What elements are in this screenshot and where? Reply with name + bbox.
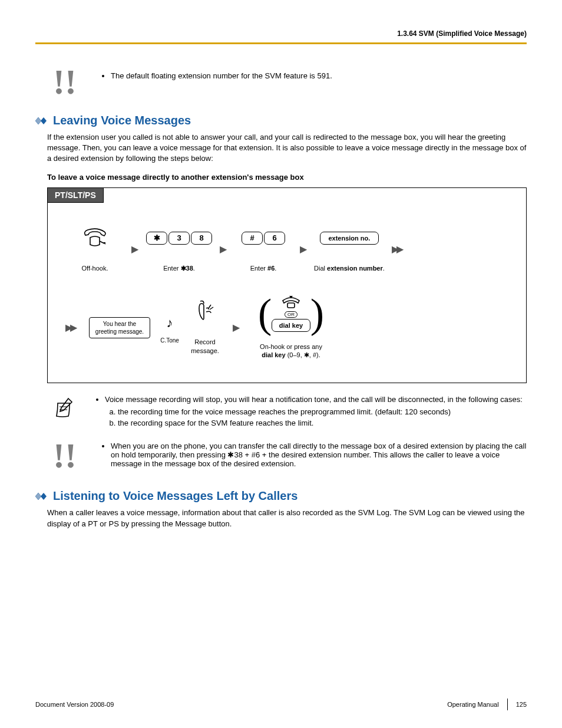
- key-3: 3: [168, 232, 190, 245]
- arrow-icon: ▶: [300, 243, 307, 255]
- footer-page-number: 125: [516, 701, 527, 708]
- offhook-caption: Off-hook.: [81, 264, 108, 272]
- page-header: 1.3.64 SVM (Simplified Voice Message): [35, 29, 527, 42]
- key-8: 8: [191, 232, 212, 245]
- section1-subhead: To leave a voice message directly to ano…: [47, 173, 527, 182]
- top-note-text: The default floating extension number fo…: [111, 71, 332, 80]
- ctone-label: C.Tone: [160, 337, 179, 344]
- footer-doc-version: Document Version 2008-09: [35, 701, 447, 708]
- key-hash: #: [242, 232, 263, 245]
- note2-text: When you are on the phone, you can trans…: [111, 442, 527, 468]
- tone-icon: ♪: [167, 311, 173, 335]
- svg-marker-8: [35, 493, 41, 500]
- onhook-caption: On-hook or press any dial key (0–9, ✱, #…: [260, 342, 322, 360]
- procedure-tab: PT/SLT/PS: [48, 188, 104, 203]
- important-icon: !!: [47, 68, 82, 96]
- footer-manual: Operating Manual: [447, 701, 498, 708]
- svg-marker-0: [35, 117, 41, 124]
- procedure-box: PT/SLT/PS Off-ho: [47, 187, 527, 384]
- note-icon: [47, 395, 82, 421]
- offhook-icon: [82, 226, 108, 250]
- record-caption: Recordmessage.: [191, 338, 219, 355]
- important-icon: !!: [47, 442, 82, 470]
- key-star: ✱: [146, 232, 167, 245]
- dial-ext-caption: Dial extension number.: [314, 264, 385, 272]
- page-footer: Document Version 2008-09 Operating Manua…: [35, 699, 527, 710]
- svg-marker-1: [41, 117, 47, 124]
- arrow-continue-icon: ▶: [392, 243, 404, 255]
- enter-38-caption: Enter ✱38.: [163, 264, 195, 272]
- key-dialkey: dial key: [272, 319, 310, 332]
- note1-b: the recording space for the SVM feature …: [118, 419, 523, 427]
- section1-intro: If the extension user you called is not …: [47, 132, 527, 164]
- or-badge: OR: [285, 311, 297, 318]
- arrow-icon: ▶: [233, 322, 240, 333]
- arrow-icon: ▶: [131, 243, 138, 255]
- section2-title: Listening to Voice Messages Left by Call…: [53, 489, 297, 503]
- record-icon: [193, 300, 217, 324]
- section1-title: Leaving Voice Messages: [53, 114, 191, 127]
- section-bullet-icon: [35, 492, 48, 500]
- enter-6-caption: Enter #6.: [250, 264, 277, 272]
- section2-intro: When a caller leaves a voice message, in…: [47, 508, 527, 529]
- note1-a: the recording time for the voice message…: [118, 407, 523, 416]
- section-bullet-icon: [35, 117, 48, 125]
- greeting-msg-box: You hear the greeting message.: [89, 317, 150, 338]
- arrow-continue-icon: ▶: [65, 322, 77, 333]
- svg-marker-9: [41, 493, 47, 500]
- arrow-icon: ▶: [220, 243, 227, 255]
- key-6: 6: [264, 232, 285, 245]
- header-rule: [35, 42, 527, 44]
- note1-lead: Voice message recording will stop, you w…: [105, 395, 523, 427]
- footer-separator: [507, 699, 508, 710]
- onhook-icon: [280, 296, 302, 310]
- svg-rect-3: [287, 303, 295, 308]
- key-extension-no: extension no.: [320, 232, 379, 245]
